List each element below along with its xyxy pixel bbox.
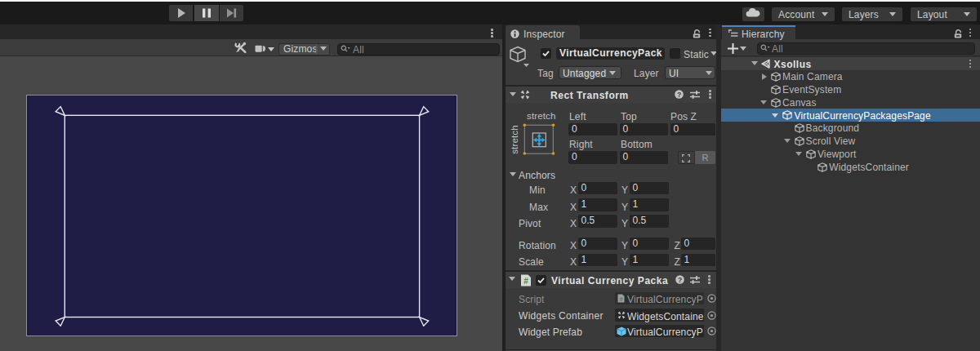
svg-text:?: ? (678, 276, 682, 284)
svg-text:#: # (523, 277, 528, 286)
svg-text:?: ? (677, 91, 681, 99)
